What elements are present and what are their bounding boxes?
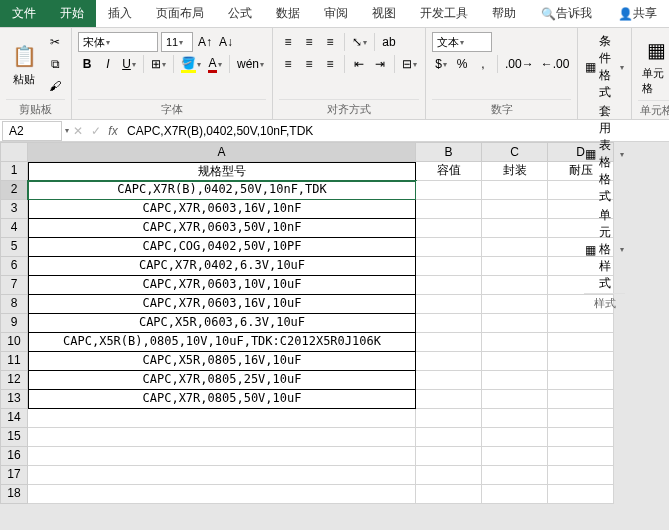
cell[interactable] xyxy=(416,333,482,352)
cell[interactable]: CAPC,X7R,0805,25V,10uF xyxy=(28,371,416,390)
merge-button[interactable]: ⊟▾ xyxy=(400,54,419,74)
cell[interactable]: CAPC,X7R,0402,6.3V,10uF xyxy=(28,257,416,276)
col-head-a[interactable]: A xyxy=(28,142,416,162)
cell[interactable] xyxy=(28,485,416,504)
cell[interactable] xyxy=(416,371,482,390)
paste-button[interactable]: 📋 粘贴 xyxy=(6,38,42,91)
cell[interactable] xyxy=(482,409,548,428)
cell[interactable]: CAPC,X7R(B),0402,50V,10nF,TDK xyxy=(28,181,416,200)
cell[interactable] xyxy=(548,447,614,466)
row-head[interactable]: 11 xyxy=(0,352,28,371)
cell[interactable] xyxy=(416,314,482,333)
tab-data[interactable]: 数据 xyxy=(264,0,312,27)
cell-style-button[interactable]: ▦单元格样式▾ xyxy=(584,206,625,293)
cell[interactable]: CAPC,X5R(B),0805,10V,10uF,TDK:C2012X5R0J… xyxy=(28,333,416,352)
inc-decimal-button[interactable]: .00→ xyxy=(503,54,536,74)
cell[interactable] xyxy=(416,181,482,200)
row-head[interactable]: 17 xyxy=(0,466,28,485)
cell[interactable] xyxy=(416,238,482,257)
row-head[interactable]: 14 xyxy=(0,409,28,428)
cell[interactable]: 容值 xyxy=(416,162,482,181)
bold-button[interactable]: B xyxy=(78,54,96,74)
row-head[interactable]: 16 xyxy=(0,447,28,466)
col-head-b[interactable]: B xyxy=(416,142,482,162)
row-head[interactable]: 18 xyxy=(0,485,28,504)
name-box[interactable]: A2 xyxy=(2,121,62,141)
cell[interactable] xyxy=(416,409,482,428)
cancel-button[interactable]: ✕ xyxy=(69,121,87,141)
cell[interactable] xyxy=(416,276,482,295)
row-head[interactable]: 6 xyxy=(0,257,28,276)
tab-tellme[interactable]: 🔍告诉我 xyxy=(528,0,604,27)
row-head[interactable]: 9 xyxy=(0,314,28,333)
cell[interactable] xyxy=(416,295,482,314)
copy-button[interactable]: ⧉ xyxy=(45,54,65,74)
tab-insert[interactable]: 插入 xyxy=(96,0,144,27)
cell[interactable] xyxy=(28,447,416,466)
font-color-button[interactable]: A▾ xyxy=(206,54,224,74)
border-button[interactable]: ⊞▾ xyxy=(149,54,168,74)
cell[interactable] xyxy=(482,200,548,219)
cell[interactable] xyxy=(482,447,548,466)
orientation-button[interactable]: ⤡▾ xyxy=(350,32,369,52)
tab-view[interactable]: 视图 xyxy=(360,0,408,27)
cell[interactable] xyxy=(416,219,482,238)
cell[interactable] xyxy=(416,352,482,371)
row-head[interactable]: 8 xyxy=(0,295,28,314)
tab-layout[interactable]: 页面布局 xyxy=(144,0,216,27)
painter-button[interactable]: 🖌 xyxy=(45,76,65,96)
row-head[interactable]: 4 xyxy=(0,219,28,238)
tab-home[interactable]: 开始 xyxy=(48,0,96,27)
increase-font-button[interactable]: A↑ xyxy=(196,32,214,52)
cell[interactable] xyxy=(548,428,614,447)
cell[interactable]: CAPC,X7R,0603,16V,10uF xyxy=(28,295,416,314)
italic-button[interactable]: I xyxy=(99,54,117,74)
cell[interactable] xyxy=(548,371,614,390)
fx-button[interactable]: fx xyxy=(105,124,121,138)
cell[interactable] xyxy=(28,409,416,428)
decrease-font-button[interactable]: A↓ xyxy=(217,32,235,52)
cell[interactable] xyxy=(482,390,548,409)
cell[interactable]: 封装 xyxy=(482,162,548,181)
tab-formula[interactable]: 公式 xyxy=(216,0,264,27)
cell[interactable] xyxy=(548,352,614,371)
cells-format-button[interactable]: ▦ 单元格 xyxy=(638,32,669,100)
tab-help[interactable]: 帮助 xyxy=(480,0,528,27)
row-head[interactable]: 10 xyxy=(0,333,28,352)
cell[interactable] xyxy=(482,333,548,352)
indent-inc-button[interactable]: ⇥ xyxy=(371,54,389,74)
row-head[interactable]: 3 xyxy=(0,200,28,219)
cut-button[interactable]: ✂ xyxy=(45,32,65,52)
indent-dec-button[interactable]: ⇤ xyxy=(350,54,368,74)
cell[interactable]: CAPC,X7R,0603,16V,10nF xyxy=(28,200,416,219)
row-head[interactable]: 12 xyxy=(0,371,28,390)
cell[interactable] xyxy=(482,371,548,390)
cell[interactable] xyxy=(548,314,614,333)
dec-decimal-button[interactable]: ←.00 xyxy=(539,54,572,74)
cell[interactable] xyxy=(482,485,548,504)
cell[interactable] xyxy=(28,466,416,485)
cell[interactable] xyxy=(416,485,482,504)
wrap-button[interactable]: ab xyxy=(380,32,398,52)
cell[interactable] xyxy=(548,409,614,428)
cell[interactable] xyxy=(416,390,482,409)
cell[interactable] xyxy=(482,181,548,200)
font-name-select[interactable]: 宋体▾ xyxy=(78,32,158,52)
tab-review[interactable]: 审阅 xyxy=(312,0,360,27)
align-top-button[interactable]: ≡ xyxy=(279,32,297,52)
row-head[interactable]: 2 xyxy=(0,181,28,200)
cell[interactable]: CAPC,X7R,0805,50V,10uF xyxy=(28,390,416,409)
cell[interactable] xyxy=(416,466,482,485)
cell[interactable] xyxy=(416,447,482,466)
align-left-button[interactable]: ≡ xyxy=(279,54,297,74)
align-center-button[interactable]: ≡ xyxy=(300,54,318,74)
col-head-c[interactable]: C xyxy=(482,142,548,162)
number-format-select[interactable]: 文本▾ xyxy=(432,32,492,52)
cell[interactable] xyxy=(482,219,548,238)
font-size-select[interactable]: 11▾ xyxy=(161,32,193,52)
fill-color-button[interactable]: 🪣▾ xyxy=(179,54,203,74)
cell[interactable] xyxy=(548,485,614,504)
row-head[interactable]: 5 xyxy=(0,238,28,257)
currency-button[interactable]: $▾ xyxy=(432,54,450,74)
cell[interactable] xyxy=(482,428,548,447)
